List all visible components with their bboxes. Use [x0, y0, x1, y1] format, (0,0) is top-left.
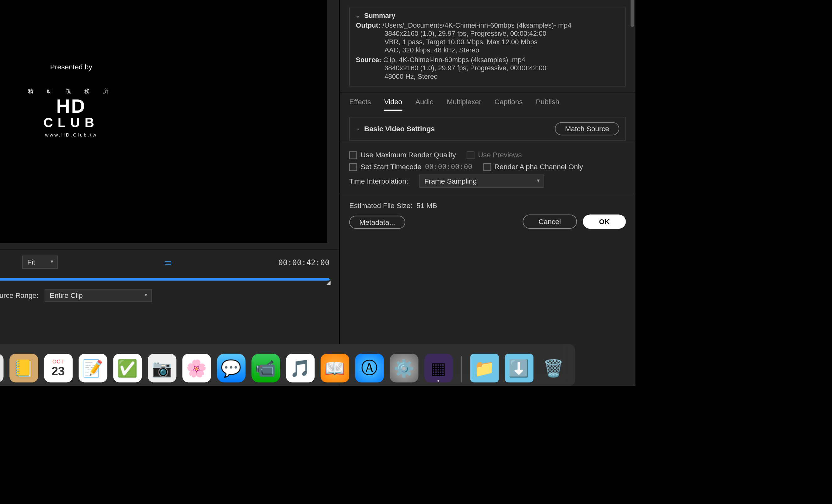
calendar-icon[interactable]: OCT23	[44, 354, 72, 382]
summary-source-audio: 48000 Hz, Stereo	[384, 73, 619, 80]
dock-separator	[461, 356, 462, 382]
summary-output-key: Output:	[356, 22, 381, 29]
summary-output-audio: AAC, 320 kbps, 48 kHz, Stereo	[384, 47, 619, 54]
metadata-button[interactable]: Metadata...	[349, 216, 405, 229]
preview-panel: Source Output Source Scaling: Scale To F…	[0, 0, 340, 386]
estimated-size-label: Estimated File Size:	[349, 201, 413, 210]
messages-icon[interactable]: 💬	[216, 354, 245, 382]
summary-source-key: Source:	[356, 56, 381, 63]
tab-multiplexer[interactable]: Multiplexer	[447, 98, 482, 111]
settings-tabs: Effects Video Audio Multiplexer Captions…	[340, 92, 635, 111]
preview-cn-text: 精 研 視 務 所	[28, 88, 114, 96]
render-options: Use Maximum Render Quality Use Previews …	[340, 141, 635, 194]
timecode-out: 00:00:42:00	[278, 258, 330, 267]
tab-video[interactable]: Video	[384, 98, 402, 111]
dialog-footer: Estimated File Size: 51 MB Metadata... C…	[340, 194, 635, 238]
basic-video-header: Basic Video Settings	[364, 124, 435, 133]
out-point-icon[interactable]: ◢	[327, 279, 331, 285]
photos-icon[interactable]: 🌸	[182, 354, 210, 382]
trash-icon[interactable]: 🗑️	[539, 354, 568, 382]
timeline-area: 00:00:00:00 ◀ ▶ Fit ▭ 00:00:42:00 ◣ ◢	[0, 249, 339, 309]
set-start-timecode-checkbox[interactable]: Set Start Timecode00:00:00:00	[349, 163, 472, 171]
time-interpolation-label: Time Interpolation:	[349, 177, 409, 186]
source-range-label: Source Range:	[0, 291, 38, 300]
preview-url-text: www.HD.Club.tw	[28, 132, 114, 137]
macos-dock: 😀 🚀 🧭 🦅 📒 OCT23 📝 ✅ 📷 🌸 💬 📹 🎵 📖 Ⓐ ⚙️ ▦ 📁…	[0, 344, 575, 386]
preview-club-text: CLUB	[28, 115, 114, 130]
facetime-icon[interactable]: 📹	[251, 354, 280, 382]
chevron-down-icon[interactable]: ⌄	[356, 126, 360, 132]
zoom-fit-dropdown[interactable]: Fit	[22, 255, 58, 269]
tab-captions[interactable]: Captions	[495, 98, 523, 111]
contacts-icon[interactable]: 📒	[9, 354, 38, 382]
match-source-button[interactable]: Match Source	[555, 122, 619, 135]
timeline-slider[interactable]: ◣ ◢	[0, 275, 330, 284]
summary-box: ⌄Summary Output: /Users/_Documents/4K-Ch…	[349, 7, 626, 86]
notes-icon[interactable]: 📝	[78, 354, 107, 382]
tab-audio[interactable]: Audio	[415, 98, 434, 111]
reminders-icon[interactable]: ✅	[113, 354, 141, 382]
export-settings-window: Export Settings Source Output Source Sca…	[0, 0, 635, 386]
chevron-down-icon[interactable]: ⌄	[356, 12, 360, 19]
source-range-dropdown[interactable]: Entire Clip	[44, 289, 152, 302]
itunes-icon[interactable]: 🎵	[286, 354, 314, 382]
cancel-button[interactable]: Cancel	[522, 214, 577, 229]
appstore-icon[interactable]: Ⓐ	[355, 354, 384, 382]
time-interpolation-dropdown[interactable]: Frame Sampling	[419, 174, 544, 188]
video-preview[interactable]: Presented by 精 研 視 務 所 HD CLUB www.HD.Cl…	[0, 0, 327, 243]
system-preferences-icon[interactable]: ⚙️	[390, 354, 418, 382]
summary-source-res: 3840x2160 (1.0), 29.97 fps, Progressive,…	[384, 64, 619, 72]
photobooth-icon[interactable]: 📷	[147, 354, 176, 382]
tab-effects[interactable]: Effects	[349, 98, 371, 111]
crop-output-icon[interactable]: ▭	[164, 257, 172, 267]
preview-hd-text: HD	[28, 98, 114, 115]
summary-source-clip: Clip, 4K-Chimei-inn-60mbps (4ksamples) .…	[383, 56, 525, 63]
tab-publish[interactable]: Publish	[536, 98, 559, 111]
media-encoder-icon[interactable]: ▦	[424, 354, 453, 382]
summary-header: Summary	[364, 12, 395, 19]
applications-folder-icon[interactable]: 📁	[470, 354, 499, 382]
summary-output-path: /Users/_Documents/4K-Chimei-inn-60mbps (…	[382, 22, 571, 29]
summary-output-bitrate: VBR, 1 pass, Target 10.00 Mbps, Max 12.0…	[384, 38, 619, 46]
use-previews-checkbox[interactable]: Use Previews	[467, 151, 522, 159]
scrollbar[interactable]	[631, 0, 634, 27]
ok-button[interactable]: OK	[583, 214, 626, 229]
settings-panel: ⌄Export Settings Format: H.264 Preset: M…	[340, 0, 635, 386]
max-render-quality-checkbox[interactable]: Use Maximum Render Quality	[349, 151, 456, 159]
mail-icon[interactable]: 🦅	[0, 354, 3, 382]
estimated-size-value: 51 MB	[416, 201, 437, 210]
summary-output-res: 3840x2160 (1.0), 29.97 fps, Progressive,…	[384, 30, 619, 37]
basic-video-settings: ⌄Basic Video Settings Match Source	[349, 117, 626, 141]
render-alpha-checkbox[interactable]: Render Alpha Channel Only	[483, 163, 583, 171]
ibooks-icon[interactable]: 📖	[320, 354, 349, 382]
preview-presented-by: Presented by	[28, 63, 114, 71]
start-timecode-value: 00:00:00:00	[425, 163, 472, 171]
downloads-folder-icon[interactable]: ⬇️	[504, 354, 533, 382]
